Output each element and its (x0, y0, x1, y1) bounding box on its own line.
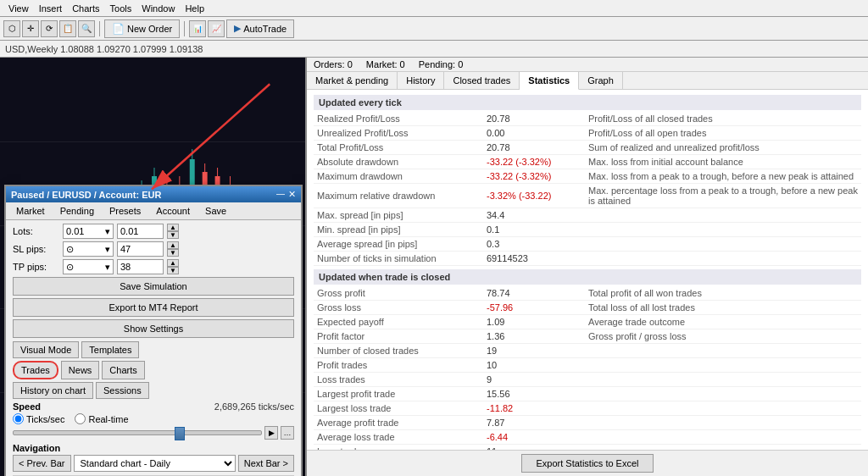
tab-templates[interactable]: Templates (81, 341, 139, 358)
table-row: Max. spread [in pips] 34.4 (314, 208, 861, 223)
stats-tabs: Market & pending History Closed trades S… (307, 72, 868, 90)
radio-group: Ticks/sec Real-time (13, 413, 294, 424)
export-bar: Export Statistics to Excel (307, 450, 868, 476)
tp-row: TP pips: ⊙▾ ▲ ▼ (13, 259, 294, 274)
table-row: Gross loss -57.96 Total loss of all lost… (314, 301, 861, 315)
lots-row: Lots: 0.01▾ ▲ ▼ (13, 224, 294, 239)
show-settings-button[interactable]: Show Settings (13, 319, 294, 338)
toolbar-icon-chart1[interactable]: 📊 (189, 20, 206, 37)
tab-trades[interactable]: Trades (13, 361, 58, 379)
sl-up[interactable]: ▲ (167, 241, 179, 249)
dialog-titlebar: Paused / EURUSD / Account: EUR — ✕ (6, 186, 301, 202)
submenu-account[interactable]: Account (149, 204, 197, 218)
submenu-pending[interactable]: Pending (53, 204, 101, 218)
toolbar-icon-1[interactable]: ⬡ (3, 20, 20, 37)
tp-dropdown[interactable]: ⊙▾ (63, 259, 114, 274)
table-row: Average profit trade 7.87 (314, 416, 861, 430)
lots-label: Lots: (13, 226, 59, 236)
dialog-minimize[interactable]: — (276, 189, 285, 200)
table-row: Largest profit trade 15.56 (314, 387, 861, 401)
export-stats-button[interactable]: Export Statistics to Excel (521, 454, 653, 473)
speed-label: Speed (13, 401, 41, 412)
stats-content: Updated every tick Realized Profit/Loss … (307, 90, 868, 450)
tp-input[interactable] (117, 259, 164, 274)
new-order-button[interactable]: 📄 New Order (104, 19, 180, 38)
next-bar-button[interactable]: Next Bar > (238, 455, 294, 472)
menu-window[interactable]: Window (136, 3, 180, 14)
table-row: Loss trades 9 (314, 373, 861, 387)
lots-down[interactable]: ▼ (167, 231, 179, 239)
navigation-section: Navigation < Prev. Bar Standard chart - … (13, 443, 294, 472)
dialog-submenu: Market Pending Presets Account Save (6, 202, 301, 220)
table-row: Maximum drawdown -33.22 (-3.32%) Max. lo… (314, 169, 861, 184)
prev-bar-button[interactable]: < Prev. Bar (13, 455, 71, 472)
new-order-icon: 📄 (112, 23, 125, 35)
sl-input[interactable] (117, 241, 164, 257)
tab-history-on-chart[interactable]: History on chart (13, 382, 93, 399)
tp-down[interactable]: ▼ (167, 267, 179, 274)
submenu-presets[interactable]: Presets (103, 204, 147, 218)
submenu-market[interactable]: Market (9, 204, 52, 218)
tab-row-3: History on chart Sessions (13, 382, 294, 399)
toolbar-icon-4[interactable]: 📋 (59, 20, 76, 37)
navigation-label: Navigation (13, 443, 294, 453)
toolbar: ⬡ ✛ ⟳ 📋 🔍 📄 New Order 📊 📈 ▶ AutoTrade (0, 17, 868, 41)
table-row: Number of closed trades 19 (314, 344, 861, 358)
section2-header: Updated when trade is closed (314, 269, 861, 285)
save-simulation-button[interactable]: Save Simulation (13, 277, 294, 296)
market-info: Market: 0 (366, 59, 405, 69)
table-row: Largest loss trade -11.82 (314, 401, 861, 416)
table-row: Profit factor 1.36 Gross profit / gross … (314, 329, 861, 344)
radio-ticks[interactable]: Ticks/sec (13, 413, 64, 424)
toolbar-icon-chart2[interactable]: 📈 (208, 20, 225, 37)
lots-dropdown[interactable]: 0.01▾ (63, 224, 114, 239)
sl-down[interactable]: ▼ (167, 249, 179, 257)
tp-up[interactable]: ▲ (167, 259, 179, 267)
tab-sessions[interactable]: Sessions (96, 382, 149, 399)
menu-view[interactable]: View (3, 3, 34, 14)
submenu-save[interactable]: Save (198, 204, 233, 218)
tab-history[interactable]: History (398, 72, 444, 89)
tp-label: TP pips: (13, 262, 59, 272)
tab-news[interactable]: News (61, 361, 100, 379)
tab-statistics[interactable]: Statistics (520, 72, 579, 90)
menu-insert[interactable]: Insert (34, 3, 68, 14)
radio-realtime[interactable]: Real-time (75, 413, 128, 424)
slider-right-btn[interactable]: ▶ (264, 426, 278, 440)
menu-charts[interactable]: Charts (67, 3, 104, 14)
stats-panel: Orders: 0 Market: 0 Pending: 0 Market & … (307, 58, 868, 476)
table-row: Min. spread [in pips] 0.1 (314, 223, 861, 237)
toolbar-icon-5[interactable]: 🔍 (78, 20, 95, 37)
orders-info: Orders: 0 (314, 59, 353, 69)
stats-table-2: Gross profit 78.74 Total profit of all w… (314, 286, 861, 450)
tab-row-2: Trades News Charts (13, 361, 294, 379)
tab-charts[interactable]: Charts (102, 361, 144, 379)
export-mt4-button[interactable]: Export to MT4 Report (13, 298, 294, 317)
chart-dropdown[interactable]: Standard chart - Daily (74, 455, 236, 472)
lots-input[interactable] (117, 224, 164, 239)
sl-row: SL pips: ⊙▾ ▲ ▼ (13, 241, 294, 257)
dialog-form: Lots: 0.01▾ ▲ ▼ SL pips: ⊙▾ (6, 220, 301, 476)
tab-row-1: Visual Mode Templates (13, 341, 294, 358)
slider-thumb[interactable] (175, 427, 185, 440)
sl-dropdown[interactable]: ⊙▾ (63, 241, 114, 257)
speed-section: Speed 2,689,265 ticks/sec Ticks/sec Real… (13, 401, 294, 440)
menu-tools[interactable]: Tools (105, 3, 137, 14)
slider-track[interactable] (13, 430, 262, 435)
slider-more-btn[interactable]: … (281, 426, 294, 440)
toolbar-icon-2[interactable]: ✛ (22, 20, 39, 37)
dialog-title: Paused / EURUSD / Account: EUR (11, 190, 161, 200)
tab-graph[interactable]: Graph (579, 72, 623, 89)
tab-market-pending[interactable]: Market & pending (307, 72, 398, 89)
table-row: Unrealized Profit/Loss 0.00 Profit/Loss … (314, 126, 861, 141)
tab-visual-mode[interactable]: Visual Mode (13, 341, 79, 358)
toolbar-icon-3[interactable]: ⟳ (41, 20, 58, 37)
tab-closed-trades[interactable]: Closed trades (444, 72, 520, 89)
chart-panel: Paused / EURUSD / Account: EUR — ✕ Marke… (0, 58, 307, 476)
menu-help[interactable]: Help (180, 3, 209, 14)
table-row: Average spread [in pips] 0.3 (314, 237, 861, 252)
dialog-close[interactable]: ✕ (288, 189, 296, 200)
autotrade-button[interactable]: ▶ AutoTrade (226, 19, 294, 38)
table-row: Expected payoff 1.09 Average trade outco… (314, 315, 861, 329)
lots-up[interactable]: ▲ (167, 224, 179, 231)
